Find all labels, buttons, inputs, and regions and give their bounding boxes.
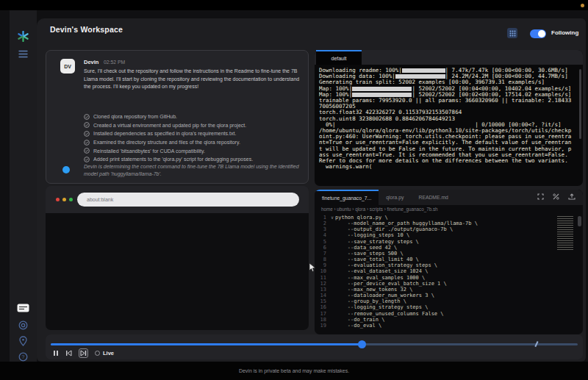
- code-line: 14 --dataloader_num_workers 3 \: [315, 293, 583, 298]
- checklist-item: Cloned qlora repository from GitHub.: [84, 112, 304, 121]
- slider-thumb[interactable]: [358, 340, 366, 348]
- code-line: 19 --do_eval \: [315, 323, 583, 329]
- following-toggle[interactable]: [530, 29, 546, 38]
- check-circle-icon: [84, 148, 90, 154]
- code-line: 8 --save_total_limit 40 \: [315, 257, 583, 262]
- location-pin-icon[interactable]: [10, 334, 37, 348]
- live-label: Live: [103, 350, 114, 356]
- layout-grid-button[interactable]: [507, 28, 517, 38]
- skip-back-button[interactable]: [65, 350, 72, 356]
- editor-minimap: [557, 216, 573, 250]
- app-background: ? Devin's Workspace Following DV Devin 0…: [0, 10, 588, 362]
- code-line: 11 --max_eval_samples 1000 \: [315, 275, 583, 281]
- checklist-item: Examined the directory structure and fil…: [84, 138, 304, 147]
- footer-bar: Devin is in private beta and may make mi…: [0, 362, 588, 380]
- svg-text:?: ?: [22, 354, 25, 359]
- code-line: 15 --group_by_length \: [315, 298, 583, 304]
- traffic-lights: [56, 198, 73, 201]
- chat-panel: DV Devin 02:52 PM Sure, I'll check out t…: [46, 50, 309, 184]
- code-line: 16 --logging_strategy steps \: [315, 304, 583, 310]
- left-sidebar: ?: [10, 10, 37, 362]
- terminal-card-icon[interactable]: [10, 301, 37, 315]
- maximize-icon[interactable]: [69, 198, 73, 201]
- checklist-item: Installed dependencies as specified in q…: [84, 129, 304, 138]
- close-icon[interactable]: [56, 198, 60, 201]
- slider-fill: [51, 343, 362, 345]
- editor-panel: finetune_guanaco_7...qlora.pyREADME.md: [315, 190, 583, 334]
- terminal-line: warnings.warn(: [319, 164, 573, 170]
- terminal-scrollbar[interactable]: [579, 69, 581, 139]
- queue-icon[interactable]: [10, 47, 37, 60]
- editor-scrollbar[interactable]: [578, 216, 581, 226]
- chat-message: Sure, I'll check out the repository and …: [84, 68, 301, 91]
- live-button[interactable]: Live: [95, 350, 114, 356]
- playback-bar: Live: [46, 334, 583, 359]
- checklist-item: Reinstalled 'bitsandbytes' for CUDA comp…: [84, 146, 304, 155]
- editor-tab-3[interactable]: README.md: [411, 190, 455, 205]
- skip-forward-button[interactable]: [79, 348, 88, 358]
- target-icon[interactable]: [10, 318, 37, 331]
- code-line: 4 --logging_steps 10 \: [315, 232, 583, 238]
- terminal-tab-strip: default: [315, 50, 583, 65]
- terminal-line: trainable params: 79953920.0 || all para…: [319, 98, 573, 110]
- check-circle-icon: [84, 157, 90, 162]
- code-line: 13 --max_new_tokens 32 \: [315, 287, 583, 293]
- agent-status-text: Devin is determining the correct command…: [84, 163, 304, 178]
- live-radio-icon: [95, 351, 100, 356]
- url-input[interactable]: about:blank: [77, 193, 299, 207]
- status-dot: [62, 166, 70, 173]
- code-line: 6 --data_seed 42 \: [315, 245, 583, 251]
- pause-button[interactable]: [53, 350, 59, 356]
- code-line: 9 --evaluation_strategy steps \: [315, 262, 583, 268]
- progress-bar: [352, 87, 412, 91]
- checklist-item: Added print statements to the 'qlora.py'…: [84, 155, 304, 164]
- workspace-panel: Devin's Workspace Following DV Devin 02:…: [37, 18, 586, 362]
- progress-bar: [402, 68, 445, 73]
- window-top-bar: [0, 0, 588, 10]
- code-line: 10 --eval_dataset_size 1024 \: [315, 268, 583, 274]
- percent-icon[interactable]: [553, 193, 559, 200]
- progress-bar: [352, 93, 412, 97]
- code-line: 18 --do_train \: [315, 317, 583, 323]
- toggle-knob: [538, 30, 545, 37]
- minimize-icon[interactable]: [62, 198, 66, 201]
- task-checklist: Cloned qlora repository from GitHub.Crea…: [84, 112, 304, 164]
- check-circle-icon: [84, 122, 90, 128]
- code-line: 12 --per_device_eval_batch_size 1 \: [315, 281, 583, 287]
- recording-indicator-dot: [581, 4, 584, 7]
- browser-viewport: [46, 213, 309, 330]
- chat-author: Devin: [84, 59, 98, 65]
- progress-bar: [395, 74, 445, 79]
- devin-logo-icon[interactable]: [10, 29, 37, 43]
- playback-controls: Live: [53, 348, 114, 358]
- code-line: 2 --model_name_or_path huggyllama/llama-…: [315, 221, 583, 226]
- browser-panel: about:blank: [46, 186, 309, 330]
- avatar: DV: [60, 59, 75, 74]
- editor-toolbar: [537, 193, 576, 200]
- chat-timestamp: 02:52 PM: [104, 60, 125, 65]
- editor-tab-2[interactable]: qlora.py: [379, 190, 411, 205]
- terminal-tab-default[interactable]: default: [316, 50, 362, 65]
- terminal-panel: default Downloading readme: 100%|| 7.47k…: [315, 50, 583, 186]
- breadcrumb: home › ubuntu › qlora › scripts › finetu…: [321, 207, 438, 212]
- check-circle-icon: [84, 140, 90, 146]
- code-line: 17 --remove_unused_columns False \: [315, 311, 583, 317]
- disclaimer-text: Devin is in private beta and may make mi…: [0, 368, 588, 373]
- terminal-output[interactable]: Downloading readme: 100%|| 7.47k/7.47k […: [319, 68, 573, 182]
- upload-icon[interactable]: [568, 193, 576, 200]
- code-line: 7 --save_steps 500 \: [315, 251, 583, 257]
- checklist-item: Created a virtual environment and update…: [84, 121, 304, 130]
- editor-tab-1[interactable]: finetune_guanaco_7...: [315, 190, 379, 205]
- page-title: Devin's Workspace: [50, 25, 123, 34]
- check-circle-icon: [84, 131, 90, 137]
- expand-icon[interactable]: [537, 193, 544, 200]
- following-label: Following: [551, 29, 578, 36]
- timeline-slider[interactable]: [51, 340, 578, 348]
- code-line: 3 --output_dir ./output/guanaco-7b \: [315, 226, 583, 232]
- code-line: 5 --save_strategy steps \: [315, 239, 583, 245]
- code-editor[interactable]: 1∨python qlora.py \2 --model_name_or_pat…: [315, 215, 583, 334]
- code-line: 1∨python qlora.py \: [315, 215, 583, 221]
- check-circle-icon: [84, 114, 90, 120]
- fold-chevron-icon[interactable]: ∨: [329, 215, 335, 221]
- terminal-line: /home/ubuntu/qlora/qlora-env/lib/python3…: [319, 128, 573, 164]
